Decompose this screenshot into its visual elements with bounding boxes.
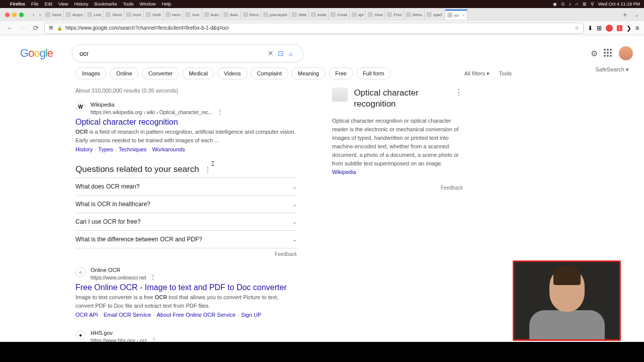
browser-tab[interactable]: Auto [221,10,240,20]
dots-icon[interactable]: ⋮ [455,87,463,97]
browser-tab[interactable]: Send [104,10,124,20]
filter-chip[interactable]: Free [329,67,353,79]
filter-chip[interactable]: Videos [217,67,247,79]
mac-menu[interactable]: History [74,2,88,7]
nav-fwd-tab[interactable]: › [37,12,43,18]
browser-tab[interactable]: Anym [64,10,85,20]
mac-menu[interactable]: Tools [123,2,133,7]
apps-icon[interactable] [604,49,613,58]
result-title[interactable]: Optical character recognition [75,118,297,127]
knowledge-image[interactable] [332,87,348,102]
browser-tab[interactable]: Prici [385,10,404,20]
all-filters[interactable]: All filters ▾ [464,70,490,77]
browser-tab[interactable]: ocr× [445,10,467,20]
mac-menu[interactable]: Help [162,2,171,7]
gear-icon[interactable]: ⚙ [591,49,598,58]
nav-back-tab[interactable]: ‹ [31,12,37,18]
browser-tab[interactable]: Auto [202,10,221,20]
filter-chip[interactable]: Converter [142,67,179,79]
browser-tab[interactable]: spf [350,10,366,20]
new-tab-button[interactable]: + [619,11,631,19]
url-field[interactable]: ⛨ 🔒 https://www.google.com/search?channe… [44,23,584,34]
dots-icon[interactable]: ⋮ [204,165,211,173]
tab-overflow[interactable]: ⌄ [631,12,642,18]
feedback-link[interactable]: Feedback [332,185,463,191]
filter-chip[interactable]: Meaning [291,67,326,79]
search-box[interactable]: ✕ ⊡ ⌕ [72,44,303,62]
sitelink[interactable]: Types [98,146,113,152]
google-logo[interactable]: Google [20,47,53,60]
feedback-link[interactable]: Feedback [75,251,297,257]
tray-icon[interactable]: ⊙ [561,2,565,7]
mac-menu[interactable]: View [58,2,68,7]
browser-tab[interactable]: Setti [290,10,309,20]
avatar[interactable] [619,46,633,60]
mac-menu[interactable]: Edit [45,2,53,7]
lens-icon[interactable]: ⊡ [276,48,286,58]
sitelink[interactable]: History [75,146,93,152]
knowledge-source[interactable]: Wikipedia [332,169,356,175]
dots-icon[interactable]: ⋮ [149,273,156,281]
question-item[interactable]: Can I use OCR for free?⌄ [75,213,297,231]
browser-tab[interactable]: Creat [329,10,350,20]
browser-tab[interactable]: Insta [309,10,329,20]
menu-icon[interactable]: ≡ [635,25,639,32]
mac-menu[interactable]: Window [139,2,155,7]
back-button[interactable]: ← [5,24,14,33]
tray-icon[interactable]: ♪ [569,2,572,7]
mac-menu[interactable]: File [31,2,39,7]
browser-tab[interactable]: journeyint [261,10,290,20]
clear-icon[interactable]: ✕ [266,48,276,58]
forward-button[interactable]: → [18,24,27,33]
filter-chip[interactable]: Medical [182,67,214,79]
search-input[interactable] [79,50,266,57]
filter-chip[interactable]: Images [75,67,107,79]
mac-app-name[interactable]: Firefox [10,2,25,7]
bookmark-icon[interactable]: ☆ [575,25,579,31]
extension-icon[interactable]: ⬇ [588,25,593,32]
question-item[interactable]: What does OCR mean?⌄ [75,177,297,196]
dots-icon[interactable]: ⋮ [216,108,223,116]
related-questions: Questions related to your search ⋮ What … [75,164,297,257]
reload-button[interactable]: ⟳ [31,24,40,33]
extensions-icon[interactable]: ❯ [626,25,631,32]
sitelink[interactable]: About Free Online OCR Service [157,312,236,318]
sitelink[interactable]: Workarounds [152,146,185,152]
sitelink[interactable]: Sign UP [241,312,261,318]
browser-tab[interactable]: Hero [164,10,183,20]
filter-chip[interactable]: Online [110,67,139,79]
extension-icon[interactable]: ⊞ [597,25,602,32]
browser-tab[interactable]: Live [85,10,104,20]
window-controls[interactable] [2,13,27,17]
sitelink[interactable]: OCR API [75,312,98,318]
tray-icon[interactable]: ∩ [575,2,578,7]
browser-tab[interactable]: Send [43,10,64,20]
browser-tab[interactable]: spaC [425,10,445,20]
tools-button[interactable]: Tools [499,70,512,76]
question-item[interactable]: What is the difference between OCR and P… [75,231,297,248]
browser-tab[interactable]: Jour [183,10,202,20]
browser-tab[interactable]: How [366,10,385,20]
mac-menu[interactable]: Bookmarks [94,2,117,7]
question-item[interactable]: What is OCR in healthcare?⌄ [75,196,297,213]
chevron-down-icon: ⌄ [292,219,297,225]
tray-icon[interactable]: ⊞ [583,2,587,7]
browser-tab[interactable]: Debu [404,10,425,20]
sitelink[interactable]: Email OCR Service [104,312,151,318]
shield-icon[interactable]: ⛨ [49,25,54,31]
browser-tab[interactable]: Getti [144,10,164,20]
search-icon[interactable]: ⌕ [286,48,296,58]
result-title[interactable]: Free Online OCR - Image to text and PDF … [75,283,297,292]
safesearch[interactable]: SafeSearch ▾ [595,66,629,73]
browser-tab[interactable]: Hom [124,10,144,20]
clock[interactable]: Wed Oct 4 11:19 PM [598,2,640,7]
sitelink[interactable]: Techniques [119,146,147,152]
wifi-icon[interactable]: ⚲ [591,2,594,7]
filter-chip[interactable]: Full form [356,67,391,79]
tray-icon[interactable]: ◉ [553,2,557,7]
browser-tab[interactable]: Reco [241,10,262,20]
extension-icon[interactable] [606,25,613,32]
extension-badge[interactable]: 1 [617,25,622,31]
dots-icon[interactable]: ⋮ [150,336,157,342]
filter-chip[interactable]: Complaint [251,67,289,79]
